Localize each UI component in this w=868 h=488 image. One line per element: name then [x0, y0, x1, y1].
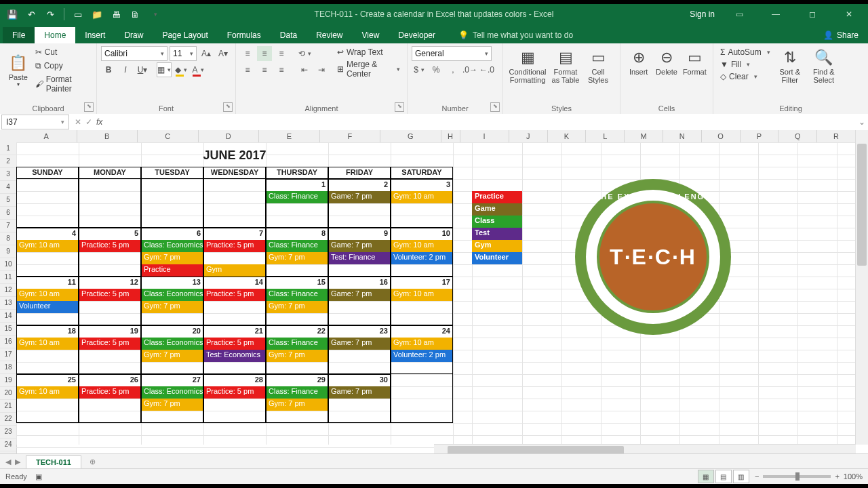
- event-cell[interactable]: Game: 7 pm: [328, 289, 391, 301]
- col-header[interactable]: R: [817, 130, 856, 142]
- date-cell[interactable]: 8: [266, 228, 328, 240]
- tab-file[interactable]: File: [3, 27, 35, 43]
- fx-icon[interactable]: fx: [96, 117, 102, 127]
- legend-item[interactable]: Practice: [472, 191, 522, 203]
- date-cell[interactable]: 6: [141, 228, 203, 240]
- event-cell[interactable]: Game: 7 pm: [328, 386, 391, 399]
- enter-formula-icon[interactable]: ✓: [85, 117, 92, 127]
- col-header[interactable]: Q: [778, 130, 817, 142]
- row-header[interactable]: 8: [0, 232, 16, 245]
- tab-page-layout[interactable]: Page Layout: [153, 27, 217, 43]
- date-cell[interactable]: 1: [266, 179, 328, 191]
- event-cell[interactable]: Gym: [203, 264, 266, 277]
- insert-cells-button[interactable]: ⊕Insert: [625, 46, 652, 79]
- open-icon[interactable]: 📁: [90, 7, 104, 21]
- date-cell[interactable]: 27: [141, 374, 203, 386]
- increase-indent-icon[interactable]: ⇥: [314, 62, 329, 77]
- col-header[interactable]: J: [509, 130, 548, 142]
- delete-cells-button[interactable]: ⊖Delete: [652, 46, 680, 79]
- font-launcher[interactable]: ⬊: [223, 102, 233, 112]
- sheet-nav-next-icon[interactable]: ▶: [15, 458, 20, 466]
- event-cell[interactable]: Gym: 10 am: [16, 338, 79, 350]
- event-cell[interactable]: Gym: 7 pm: [266, 350, 328, 362]
- wrap-text-button[interactable]: ↩Wrap Text: [334, 46, 403, 58]
- redo-icon[interactable]: ↷: [43, 7, 57, 21]
- qat-customize-icon[interactable]: [147, 7, 161, 21]
- col-header[interactable]: H: [441, 130, 460, 142]
- event-cell[interactable]: Gym: 10 am: [16, 386, 79, 399]
- event-cell[interactable]: Class: Economics: [141, 338, 203, 350]
- event-cell[interactable]: Gym: 10 am: [391, 338, 453, 350]
- event-cell[interactable]: Practice: 5 pm: [203, 240, 266, 252]
- date-cell[interactable]: 13: [141, 277, 203, 289]
- font-name-combo[interactable]: Calibri: [101, 46, 167, 61]
- decrease-font-icon[interactable]: A▾: [216, 46, 231, 61]
- worksheet-grid[interactable]: ABCDEFGHIJKLMNOPQR 123456789101112131415…: [0, 130, 868, 457]
- event-cell[interactable]: Volunteer: 2 pm: [391, 252, 453, 264]
- event-cell[interactable]: Practice: 5 pm: [79, 338, 141, 350]
- macro-record-icon[interactable]: ▣: [35, 472, 42, 481]
- event-cell[interactable]: Gym: 10 am: [16, 289, 79, 301]
- decrease-indent-icon[interactable]: ⇤: [297, 62, 312, 77]
- tab-draw[interactable]: Draw: [115, 27, 153, 43]
- cancel-formula-icon[interactable]: ✕: [75, 117, 81, 127]
- close-icon[interactable]: ✕: [837, 4, 861, 24]
- row-header[interactable]: 7: [0, 220, 16, 232]
- sheet-nav-prev-icon[interactable]: ◀: [5, 458, 11, 466]
- date-cell[interactable]: 10: [391, 228, 453, 240]
- logo-image[interactable]: T·E·C·HTHE EXCEL CHALLENGE: [575, 179, 731, 335]
- event-cell[interactable]: Practice: [141, 264, 203, 277]
- tab-home[interactable]: Home: [35, 27, 75, 43]
- font-size-combo[interactable]: 11: [170, 46, 197, 61]
- column-headers[interactable]: ABCDEFGHIJKLMNOPQR: [16, 130, 856, 143]
- tab-insert[interactable]: Insert: [75, 27, 115, 43]
- event-cell[interactable]: Gym: 7 pm: [141, 252, 203, 264]
- row-header[interactable]: 6: [0, 207, 16, 220]
- event-cell[interactable]: Gym: 7 pm: [141, 399, 203, 411]
- event-cell[interactable]: Class: Finance: [266, 240, 328, 252]
- row-header[interactable]: 21: [0, 400, 16, 413]
- date-cell[interactable]: 11: [16, 277, 79, 289]
- tab-developer[interactable]: Developer: [389, 27, 445, 43]
- row-headers[interactable]: 1234567891011121314151617181920212223242…: [0, 142, 17, 457]
- event-cell[interactable]: Gym: 7 pm: [141, 301, 203, 313]
- date-cell[interactable]: 29: [266, 374, 328, 386]
- date-cell[interactable]: 21: [203, 325, 266, 338]
- col-header[interactable]: A: [16, 130, 77, 142]
- event-cell[interactable]: Test: Finance: [328, 252, 391, 264]
- event-cell[interactable]: Practice: 5 pm: [79, 240, 141, 252]
- cells-area[interactable]: JUNE 2017SUNDAYMONDAYTUESDAYWEDNESDAYTHU…: [16, 142, 856, 445]
- date-cell[interactable]: 18: [16, 325, 79, 338]
- date-cell[interactable]: 19: [79, 325, 141, 338]
- increase-decimal-icon[interactable]: .0→: [462, 62, 477, 77]
- col-header[interactable]: N: [663, 130, 702, 142]
- event-cell[interactable]: Class: Finance: [266, 386, 328, 399]
- row-header[interactable]: 2: [0, 155, 16, 168]
- event-cell[interactable]: Practice: 5 pm: [203, 386, 266, 399]
- tab-formulas[interactable]: Formulas: [218, 27, 271, 43]
- copy-button[interactable]: ⧉Copy: [33, 60, 92, 72]
- date-cell[interactable]: 3: [391, 179, 453, 191]
- row-header[interactable]: 16: [0, 336, 16, 348]
- row-header[interactable]: 17: [0, 348, 16, 361]
- event-cell[interactable]: Class: Economics: [141, 386, 203, 399]
- date-cell[interactable]: 15: [266, 277, 328, 289]
- vertical-scrollbar[interactable]: [855, 130, 868, 445]
- align-left-icon[interactable]: ≡: [240, 62, 255, 77]
- new-icon[interactable]: ▭: [71, 7, 85, 21]
- tell-me-search[interactable]: 💡 Tell me what you want to do: [452, 27, 580, 43]
- legend-item[interactable]: Gym: [472, 240, 522, 252]
- row-header[interactable]: 19: [0, 374, 16, 387]
- clipboard-launcher[interactable]: ⬊: [84, 102, 94, 112]
- currency-icon[interactable]: $: [412, 62, 427, 77]
- format-cells-button[interactable]: ▭Format: [681, 46, 709, 79]
- zoom-in-icon[interactable]: +: [835, 472, 839, 481]
- event-cell[interactable]: Gym: 10 am: [391, 240, 453, 252]
- event-cell[interactable]: Game: 7 pm: [328, 191, 391, 203]
- align-middle-icon[interactable]: ≡: [257, 46, 272, 61]
- event-cell[interactable]: Practice: 5 pm: [79, 386, 141, 399]
- date-cell[interactable]: 14: [203, 277, 266, 289]
- date-cell[interactable]: 2: [328, 179, 391, 191]
- event-cell[interactable]: Gym: 7 pm: [266, 252, 328, 264]
- autosum-button[interactable]: ΣAutoSum: [717, 46, 773, 58]
